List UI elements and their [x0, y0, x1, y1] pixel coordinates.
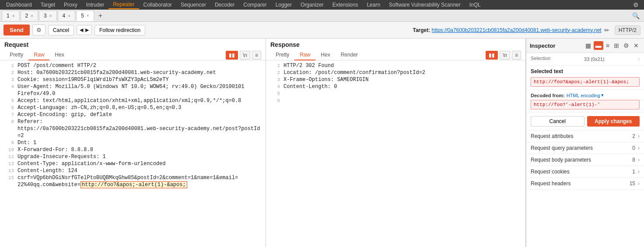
attr-request-body-count: 8	[632, 157, 635, 163]
request-clipboard-icon[interactable]: ▮▮	[226, 51, 238, 60]
request-tabs: Pretty Raw Hex ▮▮ \n ≡	[4, 50, 261, 60]
nav-proxy[interactable]: Proxy	[60, 1, 82, 9]
inspector-view-icon2[interactable]: ▬	[594, 41, 603, 50]
tab-2[interactable]: 2 ×	[21, 11, 38, 21]
code-line: 7 Accept-Encoding: gzip, deflate	[0, 111, 266, 118]
search-icon[interactable]: 🔍	[630, 11, 642, 20]
nav-organizer[interactable]: Organizer	[296, 1, 328, 9]
response-menu-icon[interactable]: ≡	[512, 51, 521, 60]
send-button[interactable]: Send	[4, 25, 30, 35]
apply-changes-button[interactable]: Apply changes	[587, 116, 640, 127]
nav-extensions[interactable]: Extensions	[328, 1, 363, 9]
response-tab-hex[interactable]: Hex	[315, 50, 335, 60]
inspector-split-icon[interactable]: ⊞	[612, 41, 621, 50]
decoded-type-label: HTML encoding	[567, 93, 600, 98]
inspector-title: Inspector	[530, 42, 584, 49]
tab-5-close[interactable]: ×	[87, 13, 89, 18]
nav-sequencer[interactable]: Sequencer	[176, 1, 210, 9]
main-content: Request Pretty Raw Hex ▮▮ \n ≡ 1 POST /p…	[0, 39, 644, 247]
top-nav: Dashboard Target Proxy Intruder Repeater…	[0, 0, 644, 10]
inspector-view-icon1[interactable]: ▦	[584, 41, 593, 50]
nav-svs[interactable]: Software Vulnerability Scanner	[385, 1, 465, 9]
tab-3-close[interactable]: ×	[49, 14, 52, 18]
nav-collaborator[interactable]: Collaborator	[139, 1, 176, 9]
tab-4-close[interactable]: ×	[68, 14, 70, 18]
request-tab-hex[interactable]: Hex	[49, 50, 69, 60]
nav-comparer[interactable]: Comparer	[239, 1, 271, 9]
code-line: 13 Content-Length: 124	[0, 167, 266, 174]
decoded-value[interactable]: http://foo?'-alert(1)-'	[531, 100, 640, 109]
cancel-apply-button[interactable]: Cancel	[531, 116, 584, 127]
code-line: 5	[266, 90, 525, 97]
decoded-type-selector[interactable]: HTML encoding ▾	[567, 92, 604, 98]
tab-1-close[interactable]: ×	[12, 14, 15, 18]
response-wrap-icon[interactable]: \n	[500, 51, 510, 60]
attr-request-body[interactable]: Request body parameters 8 ›	[526, 154, 644, 166]
tab-1[interactable]: 1 ×	[2, 11, 20, 21]
nav-target[interactable]: Target	[36, 1, 60, 9]
back-icon[interactable]: ◀	[80, 27, 83, 33]
nav-logger[interactable]: Logger	[271, 1, 296, 9]
request-header: Request Pretty Raw Hex ▮▮ \n ≡	[0, 39, 266, 60]
selection-label: Selection	[531, 56, 550, 61]
attr-request-headers[interactable]: Request headers 15 ›	[526, 178, 644, 190]
code-line: 5 Accept: text/html,application/xhtml+xm…	[0, 97, 266, 104]
inspector-settings-icon[interactable]: ⚙	[622, 41, 631, 50]
tab-3[interactable]: 3 ×	[39, 11, 57, 21]
selection-value: 33 (0x21)	[584, 56, 604, 62]
forward-icon[interactable]: ▶	[85, 27, 89, 33]
nav-repeater[interactable]: Repeater	[108, 0, 139, 9]
decoded-section: Decoded from: HTML encoding ▾ http://foo…	[526, 90, 644, 113]
target-url[interactable]: https://0a7600b203221cb0815fa2a200d40081…	[432, 27, 602, 33]
settings-button[interactable]: ⚙	[32, 25, 46, 35]
response-code-area[interactable]: 1 HTTP/2 302 Found 2 Location: /post/com…	[266, 60, 525, 247]
response-tab-raw[interactable]: Raw	[294, 50, 315, 60]
nav-decoder[interactable]: Decoder	[210, 1, 239, 9]
attr-request-query-count: 0	[632, 145, 635, 151]
tabs-row: 1 × 2 × 3 × 4 × 5 × + 🔍	[0, 10, 644, 22]
attr-request-cookies[interactable]: Request cookies 1 ›	[526, 166, 644, 178]
selected-text-section: Selected text http://foo?&apos;-alert(1)…	[526, 66, 644, 90]
response-tab-pretty[interactable]: Pretty	[270, 50, 294, 60]
tab-4[interactable]: 4 ×	[58, 11, 76, 21]
chevron-icon: ›	[638, 145, 640, 151]
settings-icon[interactable]: ⚙	[630, 0, 642, 9]
follow-redirection-button[interactable]: Follow redirection	[94, 25, 145, 35]
nav-learn[interactable]: Learn	[362, 1, 385, 9]
response-clipboard-icon[interactable]: ▮▮	[486, 51, 498, 60]
attr-request-attributes[interactable]: Request attributes 2 ›	[526, 131, 644, 142]
cancel-button[interactable]: Cancel	[48, 25, 74, 35]
nav-intruder[interactable]: Intruder	[82, 1, 108, 9]
chevron-icon: ›	[638, 133, 640, 139]
attr-request-query[interactable]: Request query parameters 0 ›	[526, 142, 644, 154]
code-line: 6 Accept-Language: zh-CN,zh;q=0.8,en-US;…	[0, 104, 266, 111]
code-line: 8 Referer:	[0, 118, 266, 125]
request-wrap-icon[interactable]: \n	[240, 51, 250, 60]
code-line: 10 X-Forwarded-For: 8.8.8.8	[0, 146, 266, 153]
nav-dashboard[interactable]: Dashboard	[2, 1, 36, 9]
nav-inql[interactable]: InQL	[465, 1, 485, 9]
attr-request-query-label: Request query parameters	[531, 145, 632, 151]
tab-5-label: 5	[81, 13, 84, 19]
decoded-from-label: Decoded from:	[531, 93, 565, 98]
response-header: Response Pretty Raw Hex Render ▮▮ \n ≡	[266, 39, 525, 60]
edit-icon[interactable]: ✏	[604, 27, 609, 34]
code-line: 12 Content-Type: application/x-www-form-…	[0, 160, 266, 167]
tab-2-close[interactable]: ×	[31, 14, 33, 18]
target-label: Target:	[413, 27, 430, 33]
request-tab-pretty[interactable]: Pretty	[4, 50, 28, 60]
selected-text-value[interactable]: http://foo?&apos;-alert(1)-&apos;	[531, 77, 640, 87]
tab-5[interactable]: 5 ×	[76, 11, 94, 21]
request-code-area[interactable]: 1 POST /post/comment HTTP/2 2 Host: 0a76…	[0, 60, 266, 247]
response-tab-render[interactable]: Render	[336, 50, 363, 60]
inspector-sort-icon[interactable]: ≡	[604, 41, 611, 50]
tab-add-button[interactable]: +	[95, 11, 106, 21]
attr-request-cookies-count: 1	[632, 169, 635, 175]
code-line: Firefox/49.0	[0, 90, 266, 97]
request-tab-raw[interactable]: Raw	[28, 50, 49, 60]
nav-back-forward[interactable]: ◀ | ▶	[77, 25, 92, 35]
decoded-row: Decoded from: HTML encoding ▾	[531, 92, 640, 98]
request-menu-icon[interactable]: ≡	[252, 51, 261, 60]
inspector-close-icon[interactable]: ✕	[632, 41, 640, 50]
chevron-icon: ›	[638, 180, 640, 187]
